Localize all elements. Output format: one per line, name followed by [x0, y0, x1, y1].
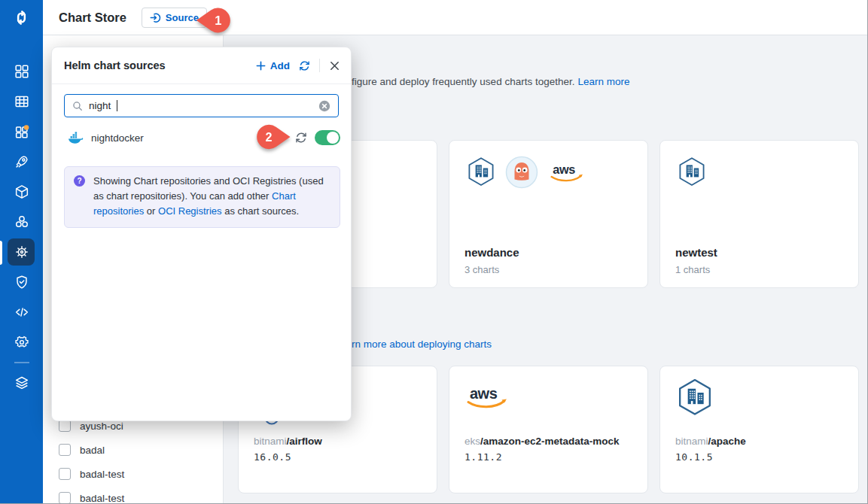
sidebar-item[interactable] — [0, 327, 43, 357]
source-checkbox-label: badal — [80, 445, 105, 456]
source-checkbox[interactable] — [59, 492, 71, 504]
helm-wheel-icon — [14, 244, 30, 260]
sidebar-nav — [0, 56, 43, 398]
chart-source-item[interactable]: badal-test — [43, 486, 223, 504]
chart-store-page: Chart Store Source ayush-oci badal — [0, 0, 868, 504]
sidebar-item[interactable] — [0, 237, 43, 267]
chart-version: 16.0.5 — [254, 451, 291, 463]
chart-repo: eks — [464, 436, 480, 447]
source-arrow-icon — [150, 12, 161, 23]
chart-group-count: 1 charts — [675, 264, 710, 275]
chart-version: 10.1.5 — [675, 451, 713, 463]
sidebar-item[interactable] — [0, 207, 43, 237]
code-icon — [14, 304, 30, 320]
chart-repo: bitnami — [675, 436, 708, 447]
stack-grid-icon — [14, 93, 30, 110]
popover-header: Helm chart sources Add — [52, 47, 351, 84]
close-icon[interactable] — [329, 60, 340, 71]
help-icon: ? — [74, 175, 85, 187]
chart-name: /amazon-ec2-metadata-mock — [480, 436, 620, 447]
chart-card[interactable]: bitnami/apache 10.1.5 — [659, 366, 859, 493]
sidebar-item[interactable] — [0, 368, 43, 398]
sidebar-item[interactable] — [0, 56, 43, 87]
page-title: Chart Store — [59, 11, 126, 25]
cog-icon — [14, 334, 30, 351]
rocket-icon — [14, 153, 30, 170]
shield-check-icon — [14, 274, 30, 290]
search-value: night — [89, 100, 111, 111]
svg-text:aws: aws — [553, 162, 575, 176]
chart-name: /airflow — [287, 436, 322, 447]
apps-grid-icon — [14, 63, 30, 80]
svg-text:1: 1 — [215, 14, 221, 27]
chart-repo: bitnami — [254, 436, 287, 447]
source-checkbox[interactable] — [59, 468, 71, 480]
chart-source-list: ayush-oci badal badal-test badal-test — [43, 414, 223, 504]
sidebar-edge-indicator — [0, 241, 2, 265]
sidebar — [0, 0, 43, 504]
cluster-icon — [14, 214, 30, 230]
source-checkbox-label: badal-test — [80, 469, 124, 480]
apps-badge-icon — [14, 123, 30, 140]
divider — [319, 59, 320, 72]
chart-version: 1.11.2 — [464, 451, 502, 463]
source-checkbox-label: badal-test — [80, 493, 124, 504]
hexagon-buildings-icon — [674, 377, 716, 419]
divider-icon — [13, 361, 31, 364]
chart-name: /apache — [708, 436, 746, 447]
chart-group-card[interactable]: aws newdance 3 charts — [449, 140, 648, 288]
refresh-sources-button[interactable] — [299, 60, 310, 71]
deploy-charts-link[interactable]: rn more about deploying charts — [352, 339, 492, 350]
text-cursor — [117, 100, 117, 111]
source-name: nightdocker — [91, 132, 144, 144]
popover-title: Helm chart sources — [64, 59, 255, 71]
chart-group-name: newdance — [464, 246, 519, 259]
sidebar-item[interactable] — [0, 117, 43, 147]
chart-icon: aws — [463, 377, 511, 413]
source-checkbox-label: ayush-oci — [80, 421, 123, 432]
chart-groups-intro: figure and deploy frequently used charts… — [352, 76, 630, 87]
chart-group-row: aws newdance 3 charts newtest 1 charts — [449, 140, 859, 288]
callout-step-1: 1 — [194, 5, 235, 38]
chart-group-icons — [675, 156, 708, 189]
sidebar-item[interactable] — [0, 267, 43, 297]
clear-search-icon[interactable] — [318, 100, 330, 112]
helm-chart-sources-popover: Helm chart sources Add night — [51, 47, 352, 421]
source-search-input[interactable]: night — [64, 94, 339, 117]
resync-source-icon[interactable] — [295, 132, 307, 144]
docker-icon — [67, 131, 84, 144]
chart-card[interactable]: aws eks/amazon-ec2-metadata-mock 1.11.2 — [449, 366, 648, 493]
hexagon-buildings-icon — [675, 156, 708, 189]
add-source-button[interactable]: Add — [255, 60, 290, 71]
callout-step-2: 2 — [244, 123, 294, 154]
source-checkbox[interactable] — [59, 420, 71, 432]
plus-icon — [255, 60, 266, 71]
source-checkbox[interactable] — [59, 444, 71, 456]
chart-group-name: newtest — [675, 246, 717, 259]
source-enabled-toggle[interactable] — [315, 130, 340, 145]
sidebar-item[interactable] — [0, 357, 43, 368]
chart-group-count: 3 charts — [464, 264, 499, 275]
header: Chart Store Source — [43, 0, 867, 35]
mascot-icon — [505, 156, 538, 189]
svg-text:2: 2 — [266, 130, 273, 144]
layers-icon — [14, 375, 30, 391]
hexagon-buildings-icon — [464, 156, 498, 189]
sidebar-item[interactable] — [0, 147, 43, 177]
cube-icon — [14, 184, 30, 200]
aws-icon: aws — [463, 380, 511, 413]
chart-group-icons: aws — [464, 156, 586, 189]
chart-group-card[interactable]: newtest 1 charts — [659, 140, 859, 288]
sidebar-item[interactable] — [0, 177, 43, 207]
chart-icon — [674, 377, 716, 419]
oci-registries-link[interactable]: OCI Registries — [158, 205, 222, 217]
chart-source-item[interactable]: badal-test — [43, 462, 223, 486]
chart-source-item[interactable]: badal — [43, 438, 223, 462]
learn-more-link[interactable]: Learn more — [577, 76, 629, 87]
devtron-logo[interactable] — [0, 0, 43, 35]
info-box: ? Showing Chart repositories and OCI Reg… — [64, 166, 340, 228]
sidebar-item[interactable] — [0, 87, 43, 117]
sidebar-item[interactable] — [0, 297, 43, 327]
source-row-nightdocker: nightdocker — [67, 128, 340, 147]
search-icon — [72, 101, 83, 111]
